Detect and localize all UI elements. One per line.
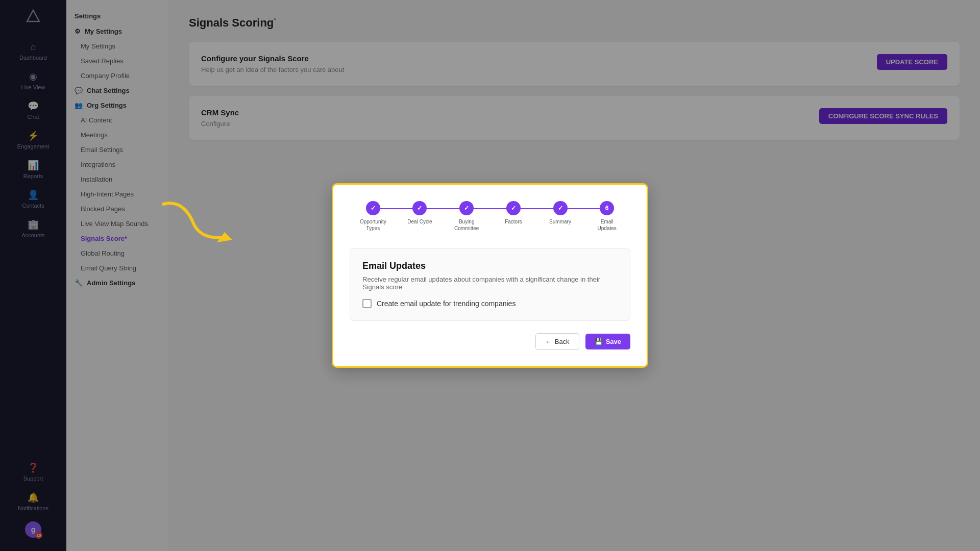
step-circle-4: ✓ bbox=[506, 201, 521, 215]
step-buying-committee: ✓ BuyingCommittee bbox=[443, 201, 490, 232]
checkbox-row: Create email update for trending compani… bbox=[362, 299, 618, 308]
back-button[interactable]: ← Back bbox=[535, 333, 579, 350]
arrow-annotation bbox=[153, 194, 235, 257]
step-label-1: OpportunityTypes bbox=[360, 218, 386, 232]
step-circle-3: ✓ bbox=[459, 201, 474, 215]
back-arrow-icon: ← bbox=[545, 338, 552, 345]
email-updates-modal: ✓ OpportunityTypes ✓ Deal Cycle ✓ Buying… bbox=[332, 183, 648, 368]
step-circle-1: ✓ bbox=[366, 201, 380, 215]
step-email-updates: 6 EmailUpdates bbox=[583, 201, 630, 232]
step-label-5: Summary bbox=[549, 218, 571, 225]
svg-marker-1 bbox=[217, 232, 232, 242]
step-circle-2: ✓ bbox=[412, 201, 427, 215]
modal-footer: ← Back 💾 Save bbox=[350, 333, 630, 350]
email-updates-title: Email Updates bbox=[362, 261, 618, 271]
step-deal-cycle: ✓ Deal Cycle bbox=[397, 201, 444, 225]
step-label-2: Deal Cycle bbox=[407, 218, 432, 225]
modal-overlay[interactable]: ✓ OpportunityTypes ✓ Deal Cycle ✓ Buying… bbox=[0, 0, 980, 551]
step-label-6: EmailUpdates bbox=[598, 218, 617, 232]
step-factors: ✓ Factors bbox=[490, 201, 537, 225]
step-label-3: BuyingCommittee bbox=[454, 218, 479, 232]
step-label-4: Factors bbox=[505, 218, 522, 225]
step-summary: ✓ Summary bbox=[537, 201, 584, 225]
checkbox-label: Create email update for trending compani… bbox=[377, 299, 516, 308]
email-updates-desc: Receive regular email updates about comp… bbox=[362, 276, 618, 291]
save-icon: 💾 bbox=[595, 338, 603, 345]
trending-companies-checkbox[interactable] bbox=[362, 299, 372, 308]
wizard-stepper: ✓ OpportunityTypes ✓ Deal Cycle ✓ Buying… bbox=[350, 201, 630, 232]
save-button[interactable]: 💾 Save bbox=[585, 334, 630, 349]
step-circle-6: 6 bbox=[600, 201, 614, 215]
step-opportunity-types: ✓ OpportunityTypes bbox=[350, 201, 397, 232]
step-circle-5: ✓ bbox=[553, 201, 568, 215]
email-updates-section: Email Updates Receive regular email upda… bbox=[350, 248, 630, 321]
